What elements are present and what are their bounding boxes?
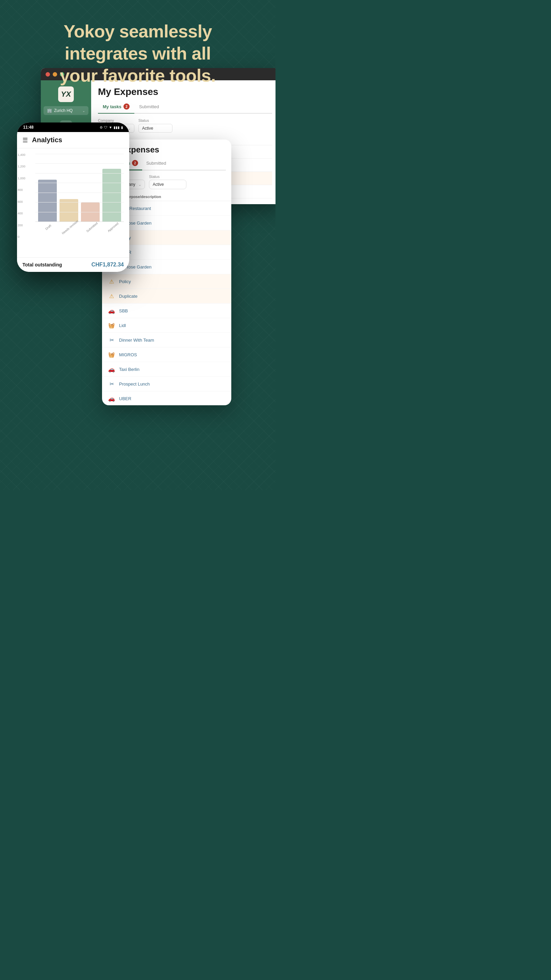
basket-icon: 🧺 [108,321,116,329]
y-label-1000: 1,000 [18,177,29,180]
hero-text: Yokoy seamlessly integrates with all you… [0,0,275,97]
car-icon: 🚗 [108,365,116,373]
panel-status-label: Status [149,175,186,179]
list-item[interactable]: ⚠ Duplicate [102,289,231,304]
phone-app-title: Analytics [32,136,62,144]
expense-name: UBER [119,396,131,401]
y-label-400: 400 [18,212,29,215]
chart-container: 1,400 1,200 1,000 800 600 400 200 0 [17,148,129,257]
y-label-600: 600 [18,200,29,204]
expense-name: SBB [119,308,128,313]
bar-draft [38,180,57,221]
panel-tab-submitted[interactable]: Submitted [142,158,170,170]
company-dropdown-arrow: ⌄ [82,109,85,113]
hero-line3: your favorite tools. [14,65,262,87]
expense-name: Policy [119,279,131,284]
settings-status-icon: ⚙ [100,126,103,129]
car-icon: 🚗 [108,307,116,315]
hamburger-menu-icon[interactable]: ☰ [22,137,28,144]
list-item[interactable]: 🚗 Taxi Berlin [102,362,231,377]
expense-name: Duplicate [119,294,137,299]
panel-tab-badge: 2 [132,160,138,166]
y-label-800: 800 [18,188,29,192]
status-filter-value: Active [142,126,169,130]
panel-tab-submitted-label: Submitted [146,161,166,166]
bar-draft-group [38,154,57,221]
tabs-row: My tasks 2 Submitted [98,102,272,114]
scissors-icon: ✂ [108,380,116,388]
chart-area [35,154,124,222]
y-label-1400: 1,400 [18,153,29,156]
panel-company-arrow: ⌄ [138,183,141,186]
warning-icon: ⚠ [108,292,116,300]
chart-bars [35,154,124,221]
battery-icon: ▮ [121,126,123,129]
y-label-1200: 1,200 [18,165,29,168]
expense-name: MIGROS [119,352,137,357]
tab-submitted[interactable]: Submitted [134,102,164,113]
status-filter-select[interactable]: Active [138,124,172,133]
y-label-200: 200 [18,224,29,227]
basket-icon: 🧺 [108,350,116,359]
expense-name: Lidl [119,323,126,328]
phone-status-bar: 11:48 ⚙ 🛡 ▼ ▮▮▮ ▮ [17,123,129,132]
bar-approved-group [102,154,121,221]
footer-value: CHF1,872.34 [92,262,124,268]
bar-needs-revision-group [60,154,78,221]
phone-footer: Total outstanding CHF1,872.34 [17,257,129,272]
shield-status-icon: 🛡 [104,126,108,129]
phone-mockup: 11:48 ⚙ 🛡 ▼ ▮▮▮ ▮ ☰ Analytics 1,400 1,20… [17,123,129,272]
bar-needs-revision [60,199,78,221]
x-label-draft: Draft [38,224,56,237]
footer-label: Total outstanding [22,262,62,267]
list-item[interactable]: ✂ Prospect Lunch [102,377,231,391]
hero-line2: integrates with all [14,43,262,65]
list-item[interactable]: ✂ Dinner With Team [102,333,231,347]
list-item[interactable]: 🧺 Lidl [102,318,231,333]
status-icons: ⚙ 🛡 ▼ ▮▮▮ ▮ [100,126,123,129]
phone-screen: 11:48 ⚙ 🛡 ▼ ▮▮▮ ▮ ☰ Analytics 1,400 1,20… [17,123,129,272]
list-item[interactable]: 🚗 SBB [102,304,231,318]
x-axis-labels: Draft Needs revision Submitted Approved [35,222,124,237]
list-item[interactable]: 🚗 UBER [102,391,231,405]
panel-status-value: Active [153,182,183,187]
phone-app-header: ☰ Analytics [17,132,129,148]
list-item[interactable]: 🧺 MIGROS [102,347,231,362]
bar-approved [102,169,121,221]
y-label-0: 0 [18,235,29,239]
tab-my-tasks[interactable]: My tasks 2 [98,102,134,114]
status-time: 11:48 [23,125,34,130]
x-label-submitted: Submitted [82,224,100,237]
panel-status-select[interactable]: Active [149,180,186,189]
bar-submitted-group [81,154,100,221]
wifi-icon: ▼ [109,126,112,129]
scissors-icon: ✂ [108,336,116,344]
company-icon: 🏢 [47,108,52,113]
warning-icon: ⚠ [108,277,116,285]
hero-line1: Yokoy seamlessly [14,21,262,43]
status-filter-group: Status Active [138,118,172,133]
tab-my-tasks-badge: 2 [124,103,130,110]
status-filter-label: Status [138,118,172,123]
company-name: Zurich HQ [54,108,80,113]
car-icon: 🚗 [108,395,116,402]
sidebar-company-selector[interactable]: 🏢 Zurich HQ ⌄ [43,106,89,115]
expense-name: Taxi Berlin [119,367,140,372]
x-label-needs-revision: Needs revision [59,224,79,237]
expense-name: Dinner With Team [119,337,154,343]
tab-my-tasks-label: My tasks [103,104,121,109]
signal-icon: ▮▮▮ [114,126,120,129]
x-label-approved: Approved [103,224,121,237]
list-item[interactable]: ⚠ Policy [102,274,231,289]
tab-submitted-label: Submitted [139,104,159,109]
expense-name: Prospect Lunch [119,382,150,387]
company-filter-label: Company [98,118,134,123]
panel-status-filter-group: Status Active [149,175,186,189]
